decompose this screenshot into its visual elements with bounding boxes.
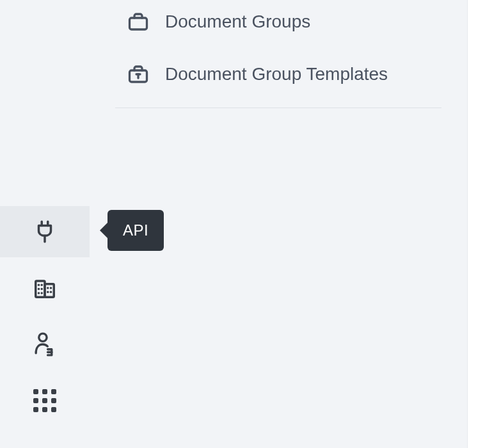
app-layout: Document Groups Document Group Templates… <box>0 0 485 448</box>
rail-item-apps-grid[interactable] <box>0 375 90 426</box>
main-panel: Document Groups Document Group Templates… <box>90 0 485 448</box>
menu-item-document-group-templates[interactable]: Document Group Templates <box>115 54 441 95</box>
menu-divider <box>115 108 441 108</box>
sidebar-rail <box>0 0 90 448</box>
menu-item-label: Document Group Templates <box>165 64 388 84</box>
tooltip-label: API <box>123 221 148 239</box>
rail-item-api[interactable] <box>0 206 90 257</box>
menu-item-document-groups[interactable]: Document Groups <box>115 1 441 42</box>
tooltip-api: API <box>107 210 164 251</box>
template-briefcase-icon <box>125 61 151 87</box>
briefcase-icon <box>125 9 151 35</box>
svg-point-12 <box>39 333 47 341</box>
rail-item-user-role[interactable] <box>0 319 90 370</box>
svg-rect-0 <box>36 281 45 297</box>
buildings-icon <box>33 276 57 300</box>
rail-item-organization[interactable] <box>0 262 90 314</box>
plug-icon <box>33 220 57 244</box>
menu-list: Document Groups Document Group Templates <box>115 0 441 108</box>
right-panel-edge <box>467 0 485 448</box>
svg-rect-13 <box>130 18 147 29</box>
svg-rect-1 <box>45 284 54 298</box>
apps-grid-icon <box>33 389 56 412</box>
menu-item-label: Document Groups <box>165 12 310 32</box>
user-role-icon <box>33 332 57 357</box>
